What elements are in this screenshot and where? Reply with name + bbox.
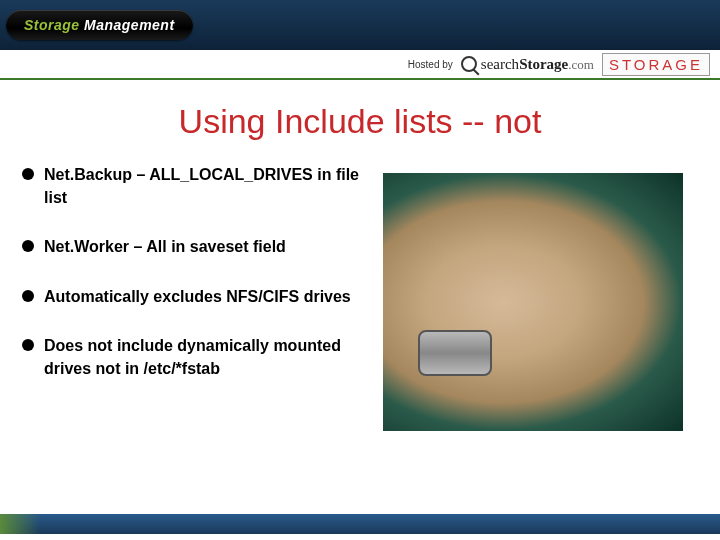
hosted-by-label: Hosted by (408, 59, 453, 70)
storage-logo: STORAGE (602, 53, 710, 76)
bullet-item: Automatically excludes NFS/CIFS drives (20, 285, 365, 308)
brand-text: Storage Management (24, 17, 175, 33)
brand-pill: Storage Management (6, 10, 193, 40)
content-area: Net.Backup – ALL_LOCAL_DRIVES in file li… (0, 163, 720, 431)
bullet-item: Net.Worker – All in saveset field (20, 235, 365, 258)
image-area (365, 163, 700, 431)
search-storage-text: searchStorage.com (481, 56, 594, 73)
brand-prefix: Storage (24, 17, 80, 33)
slide-title: Using Include lists -- not (0, 102, 720, 141)
search-prefix: search (481, 56, 519, 72)
header-bar: Storage Management (0, 0, 720, 50)
subheader-bar: Hosted by searchStorage.com STORAGE (0, 50, 720, 80)
magnifier-icon (461, 56, 477, 72)
search-suffix: .com (568, 57, 594, 72)
hand-image (383, 173, 683, 431)
footer-accent (0, 514, 40, 534)
search-bold: Storage (519, 56, 568, 72)
bullet-item: Does not include dynamically mounted dri… (20, 334, 365, 380)
bullet-list: Net.Backup – ALL_LOCAL_DRIVES in file li… (20, 163, 365, 431)
brand-suffix: Management (80, 17, 175, 33)
search-storage-logo: searchStorage.com (461, 56, 594, 73)
footer-bar (0, 514, 720, 534)
bullet-item: Net.Backup – ALL_LOCAL_DRIVES in file li… (20, 163, 365, 209)
